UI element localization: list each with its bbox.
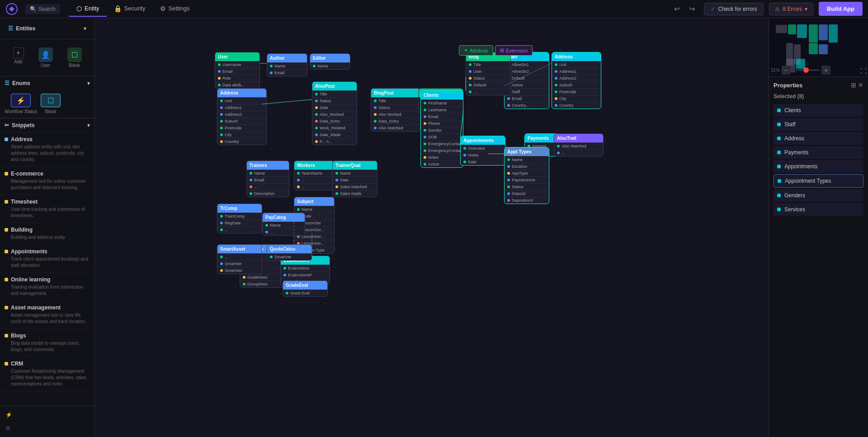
prop-item-genders[interactable]: Genders [774,189,863,202]
node-header: Appt Types [505,147,549,156]
add-button[interactable]: + Add [9,44,28,71]
prop-item-services[interactable]: Services [774,203,863,216]
node-paycateg[interactable]: PayCateg Name ... [262,213,305,236]
node-trainerqual[interactable]: TrainerQual Name Date Sales Matched Sale… [332,161,377,197]
list-item[interactable]: Appointments Track client appointment bo… [0,245,94,273]
extension-tab[interactable]: ⊞ Extension [495,45,533,56]
redo-button[interactable]: ↪ [685,3,698,15]
add-section: + Add 👤 User ☐ Blank [0,39,94,76]
properties-expand-button[interactable]: ⊞ [851,81,856,89]
workflow-status-button[interactable]: ⚡ Workflow Status [5,94,37,114]
list-item[interactable]: CRM Customer Relationship Management (CR… [0,357,94,391]
list-item[interactable]: Asset management Asset management tool t… [0,301,94,329]
bottom-icon-1[interactable]: ⚡ [4,410,91,420]
errors-button[interactable]: ⚠ 8 Errors ▾ [769,3,813,15]
tab-security[interactable]: 🔒 Security [107,1,153,17]
search-area[interactable]: 🔍 Search [25,4,60,14]
list-item[interactable]: Online learning Training evaluation form… [0,273,94,301]
prop-item-appointment-types[interactable]: Appointment Types [774,174,863,188]
prop-item-payments[interactable]: Payments [774,146,863,159]
list-item[interactable]: Timesheet User time tracking and submiss… [0,195,94,223]
prop-item-clients[interactable]: Clients [774,104,863,117]
node-blog2[interactable]: Blog Title User Status Default ... [466,52,511,95]
node-author[interactable]: Author Name Email [267,53,307,76]
node-alsotrait[interactable]: AlsoTrait Also Matched ... [554,133,604,157]
entity-description: Training evaluation form submission and … [5,284,90,297]
node-gradeeval[interactable]: GradeEval Greet Eval [283,280,328,297]
zoom-in-button[interactable]: + [821,66,830,75]
app-logo[interactable] [5,3,18,15]
minimap-node [809,43,818,54]
prop-item-staff[interactable]: Staff [774,118,863,131]
node-workers[interactable]: Workers TeamName ... ... [294,161,335,190]
node-appointments-canvas[interactable]: Appointments Overview Notes Date [460,136,505,166]
workflow-blank-button[interactable]: ☐ Blank [41,94,61,114]
node-address-right[interactable]: Address Unit Address1 Address2 Suburb Po… [552,52,601,109]
properties-close-button[interactable]: ✕ [858,81,863,89]
node-clients[interactable]: Clients FirstName LastName Email Phone G… [420,90,463,168]
canvas-area[interactable]: ✦ Attribute ⊞ Extension User Username Em… [95,18,769,437]
user-label: User [41,63,50,68]
node-alsopost[interactable]: AlsoPost Title Status Date Also_Worked D… [312,81,357,145]
right-sidebar: 31% − + ⛶ Properties ⊞ ✕ Selected (8) [769,18,868,437]
node-trainercomp[interactable]: TrComp TrainComp RegDate ... [217,204,262,233]
tab-entity-label: Entity [85,5,99,12]
tab-entity[interactable]: ⬡ Entity [69,1,107,17]
maximize-minimap-button[interactable]: ⛶ [860,67,867,75]
entities-icon: ☰ [8,25,13,32]
blank-entity-button[interactable]: ☐ Blank [64,44,85,71]
node-quotecalcu[interactable]: QuoteCalcu SmartVer [267,244,312,261]
list-item[interactable]: Address Street address entity with unit,… [0,133,94,167]
entity-icon: ⬡ [76,5,82,12]
node-blogpost[interactable]: BlogPost Title Status Also Worked Data_E… [371,88,420,132]
prop-item-appointments[interactable]: Appointments [774,160,863,173]
list-item[interactable]: Building Building and address entity [0,223,94,245]
list-item[interactable]: Blogs Blog data model to manage users, b… [0,329,94,357]
snippets-section-header[interactable]: ✂ Snippets ▾ [0,119,94,133]
node-header: QuoteCalcu [267,245,311,253]
prop-name: Genders [784,192,805,199]
entity-name-label: Asset management [11,304,61,311]
entity-dot [5,306,8,309]
entities-section-header[interactable]: ☰ Entities ▾ [4,22,91,35]
prop-dot [777,123,781,126]
node-trainers[interactable]: Trainers Name Email ... Description [246,161,289,197]
enums-section-header[interactable]: ☰ Enums ▾ [0,76,94,90]
node-staff[interactable]: Staff AllowStr1 AllowStr2 Default Active… [504,52,549,109]
entity-description: User time tracking and submission of tim… [5,206,90,219]
enums-label: Enums [12,80,30,86]
snippets-expand-icon: ▾ [87,122,90,128]
zoom-out-button[interactable]: − [782,66,791,75]
node-editor[interactable]: Editor Name [310,53,350,70]
attribute-tab[interactable]: ✦ Attribute [459,45,493,56]
attribute-extension-tabs: ✦ Attribute ⊞ Extension [459,45,533,56]
node-smartasset[interactable]: SmartAsset ... SmartVer SmartVec [217,244,262,274]
workflow-blank-icon: ☐ [41,94,61,107]
node-user[interactable]: User Username Email Role Data attrib... [215,52,260,89]
entity-description: Management tool for online customer purc… [5,178,90,191]
node-address-canvas[interactable]: Address Unit Address1 Address2 Suburb Po… [217,88,267,145]
prop-item-address[interactable]: Address [774,132,863,145]
list-item[interactable]: E-commerce Management tool for online cu… [0,167,94,195]
entity-name-label: Blogs [11,332,26,339]
entity-description: Track client appointment bookings and st… [5,256,90,269]
prop-name: Services [784,206,805,213]
tab-settings[interactable]: ⚙ Settings [153,1,197,17]
check-errors-button[interactable]: ✓ Check for errors [704,3,764,15]
extension-icon: ⊞ [500,48,504,53]
warning-icon: ⚠ [775,6,780,12]
build-app-button[interactable]: Build App [819,2,863,16]
zoom-slider[interactable] [793,69,820,71]
prop-name: Clients [784,107,801,114]
user-entity-button[interactable]: 👤 User [35,44,57,71]
entity-dot [5,250,8,253]
selected-count: Selected (8) [774,93,863,100]
security-icon: 🔒 [114,5,122,12]
nav-tabs: ⬡ Entity 🔒 Security ⚙ Settings [69,1,197,17]
node-header: AlsoTrait [554,134,603,142]
bottom-icon-2[interactable]: ⚙ [4,423,91,433]
main-layout: ☰ Entities ▾ + Add 👤 User ☐ Blank ☰ [0,18,868,437]
undo-button[interactable]: ↩ [670,3,684,15]
node-appt-types-canvas[interactable]: Appt Types Name Duration AppType Payment… [504,147,549,204]
top-nav: 🔍 Search ⬡ Entity 🔒 Security ⚙ Settings … [0,0,868,18]
